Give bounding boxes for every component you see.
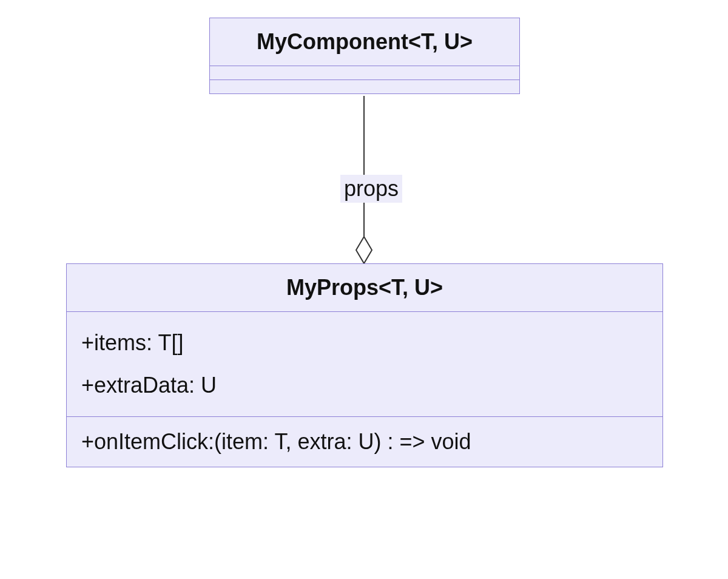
class-box-myprops: MyProps<T, U> +items: T[] +extraData: U … [66, 263, 663, 467]
method-onitemclick: +onItemClick:(item: T, extra: U) : => vo… [67, 417, 662, 467]
relation-label-props: props [340, 175, 402, 203]
svg-marker-1 [356, 237, 372, 263]
class-methods-myprops: +onItemClick:(item: T, extra: U) : => vo… [67, 417, 662, 467]
class-attributes-myprops: +items: T[] +extraData: U [67, 312, 662, 417]
attribute-items: +items: T[] [81, 322, 648, 364]
attribute-extradata: +extraData: U [81, 364, 648, 407]
class-title-myprops: MyProps<T, U> [67, 264, 662, 312]
